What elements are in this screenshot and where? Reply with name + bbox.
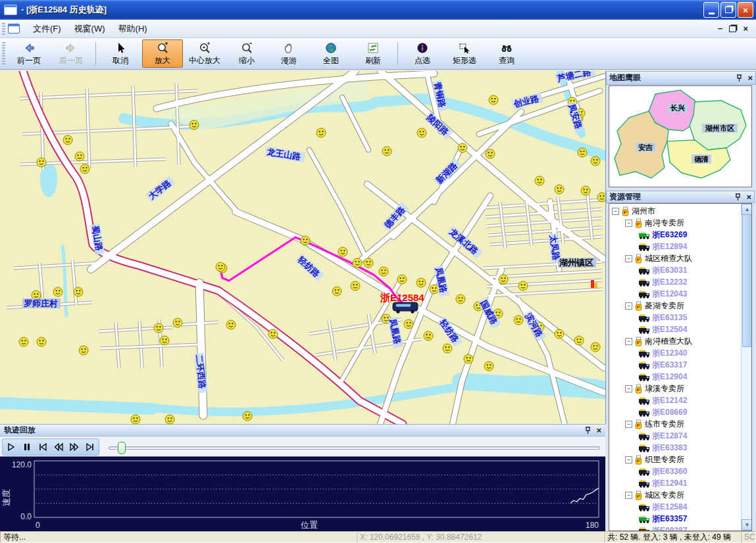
vehicle-smiley-marker[interactable] — [37, 158, 46, 167]
toolbar-button-point-select[interactable]: 点选 — [402, 39, 443, 68]
vehicle-smiley-marker[interactable] — [382, 147, 391, 156]
toolbar-button-rect-select[interactable]: 矩形选 — [444, 39, 485, 68]
toolbar-button-binoculars[interactable]: 查询 — [486, 39, 527, 68]
tree-vehicle-浙E12340[interactable]: 浙E12340 — [609, 347, 741, 359]
tracked-vehicle-icon[interactable] — [393, 302, 418, 314]
toolbar-button-zoom-center[interactable]: 中心放大 — [184, 39, 225, 68]
vehicle-smiley-marker[interactable] — [591, 342, 600, 352]
tree-vehicle-浙E12874[interactable]: 浙E12874 — [609, 430, 741, 442]
vehicle-smiley-marker[interactable] — [555, 185, 564, 194]
tree-vehicle-浙E12504[interactable]: 浙E12504 — [609, 323, 741, 335]
mdi-minimize-button[interactable]: − — [718, 24, 723, 34]
slider-thumb[interactable] — [118, 442, 126, 454]
tree-vehicle-浙E09387[interactable]: 浙E09387 — [609, 525, 741, 531]
vehicle-smiley-marker[interactable] — [397, 275, 407, 284]
tree-expand-toggle[interactable]: − — [625, 302, 632, 310]
tree-expand-toggle[interactable]: − — [625, 220, 632, 227]
vehicle-smiley-marker[interactable] — [226, 320, 236, 329]
tree-node-南浔专卖所[interactable]: −南浔专卖所 — [609, 217, 741, 229]
tree-expand-toggle[interactable]: − — [625, 492, 632, 499]
vehicle-smiley-marker[interactable] — [364, 258, 373, 268]
vehicle-smiley-marker[interactable] — [338, 247, 347, 256]
close-panel-icon[interactable]: × — [596, 425, 601, 435]
vehicle-smiley-marker[interactable] — [37, 337, 46, 346]
close-panel-icon[interactable]: × — [746, 192, 751, 202]
vehicle-smiley-marker[interactable] — [489, 95, 498, 105]
tree-node-埭溪专卖所[interactable]: −埭溪专卖所 — [609, 383, 741, 394]
resource-tree[interactable]: −湖州市−南浔专卖所浙E63269浙E12894−城区稽查大队浙E63031浙E… — [609, 203, 752, 531]
tree-vehicle-浙E63135[interactable]: 浙E63135 — [609, 312, 741, 323]
tree-expand-toggle[interactable]: − — [625, 385, 632, 392]
vehicle-smiley-marker[interactable] — [581, 186, 590, 195]
mdi-close-button[interactable]: × — [743, 24, 748, 34]
vehicle-smiley-marker[interactable] — [574, 336, 584, 345]
vehicle-smiley-marker[interactable] — [74, 287, 83, 296]
vehicle-smiley-marker[interactable] — [75, 152, 84, 161]
vehicle-smiley-marker[interactable] — [301, 236, 310, 245]
toolbar-button-cursor[interactable]: 取消 — [100, 39, 141, 68]
overview-minimap[interactable]: 长兴湖州市区安吉德清 — [609, 85, 752, 187]
tree-vehicle-浙E63383[interactable]: 浙E63383 — [609, 442, 741, 454]
toolbar-button-zoom-in[interactable]: 放大 — [142, 39, 183, 68]
restore-button[interactable] — [720, 2, 736, 18]
menu-window[interactable]: 视窗(W) — [68, 20, 112, 37]
tree-node-城区稽查大队[interactable]: −城区稽查大队 — [609, 252, 741, 264]
tree-vehicle-浙E12941[interactable]: 浙E12941 — [609, 477, 741, 489]
tree-vehicle-浙E12232[interactable]: 浙E12232 — [609, 276, 741, 288]
vehicle-smiley-marker[interactable] — [535, 176, 544, 185]
tree-expand-toggle[interactable]: − — [625, 456, 632, 463]
pin-icon[interactable] — [585, 427, 591, 435]
vehicle-smiley-marker[interactable] — [351, 281, 360, 291]
tree-vehicle-浙E12043[interactable]: 浙E12043 — [609, 288, 741, 300]
toolbar-button-refresh[interactable]: 刷新 — [353, 39, 393, 68]
vehicle-smiley-marker[interactable] — [514, 316, 523, 325]
vehicle-smiley-marker[interactable] — [189, 120, 199, 130]
close-panel-icon[interactable]: × — [747, 73, 753, 83]
toolbar-button-arrow-left[interactable]: 前一页 — [9, 39, 49, 68]
fast-forward-button[interactable] — [66, 440, 82, 454]
vehicle-smiley-marker[interactable] — [53, 287, 63, 296]
tree-node-菱湖专卖所[interactable]: −菱湖专卖所 — [609, 300, 741, 312]
vehicle-smiley-marker[interactable] — [165, 415, 174, 424]
tree-vehicle-浙E12142[interactable]: 浙E12142 — [609, 394, 741, 406]
vehicle-smiley-marker[interactable] — [216, 262, 225, 272]
scroll-thumb[interactable] — [742, 214, 752, 347]
vehicle-smiley-marker[interactable] — [518, 281, 528, 291]
vehicle-smiley-marker[interactable] — [131, 415, 140, 424]
vehicle-smiley-marker[interactable] — [591, 156, 600, 166]
vehicle-smiley-marker[interactable] — [443, 344, 452, 353]
tree-scrollbar[interactable]: ▲ ▼ — [741, 204, 751, 531]
play-button[interactable] — [3, 440, 19, 454]
toolbar-button-globe[interactable]: 全图 — [311, 39, 351, 68]
vehicle-smiley-marker[interactable] — [173, 318, 182, 327]
close-button[interactable]: × — [738, 2, 753, 18]
vehicle-smiley-marker[interactable] — [160, 336, 169, 345]
vehicle-smiley-marker[interactable] — [19, 337, 28, 346]
tree-node-南浔稽查大队[interactable]: −南浔稽查大队 — [609, 335, 741, 347]
skip-start-button[interactable] — [35, 440, 51, 454]
vehicle-smiley-marker[interactable] — [484, 362, 493, 371]
tree-expand-toggle[interactable]: − — [612, 208, 619, 215]
mdi-restore-button[interactable] — [729, 26, 736, 32]
tree-vehicle-浙E63317[interactable]: 浙E63317 — [609, 359, 741, 371]
vehicle-smiley-marker[interactable] — [456, 295, 465, 304]
vehicle-smiley-marker[interactable] — [268, 329, 278, 339]
tree-node-城区专卖所[interactable]: −城区专卖所 — [609, 489, 741, 501]
menu-file[interactable]: 文件(F) — [26, 20, 68, 37]
map-canvas[interactable]: 浙E12584 龙王山路青铜路陵阳路创业路芦塘二路凤安路新湖路大学路蜀山路德丰路… — [0, 71, 605, 424]
vehicle-smiley-marker[interactable] — [353, 258, 362, 268]
vehicle-smiley-marker[interactable] — [379, 267, 388, 276]
tree-vehicle-浙E63360[interactable]: 浙E63360 — [609, 465, 741, 477]
tree-node-湖州市[interactable]: −湖州市 — [609, 205, 741, 217]
vehicle-smiley-marker[interactable] — [458, 143, 467, 153]
vehicle-smiley-marker[interactable] — [154, 323, 163, 333]
vehicle-smiley-marker[interactable] — [316, 128, 326, 137]
tree-vehicle-浙E12584[interactable]: 浙E12584 — [609, 501, 741, 513]
toolbar-button-zoom-out[interactable]: 缩小 — [226, 39, 267, 68]
minimize-button[interactable] — [703, 2, 719, 18]
vehicle-smiley-marker[interactable] — [79, 346, 88, 355]
scroll-up-button[interactable]: ▲ — [742, 204, 752, 215]
tree-node-练市专卖所[interactable]: −练市专卖所 — [609, 418, 741, 430]
pin-icon[interactable] — [736, 74, 742, 82]
tree-vehicle-浙E12894[interactable]: 浙E12894 — [609, 241, 741, 252]
